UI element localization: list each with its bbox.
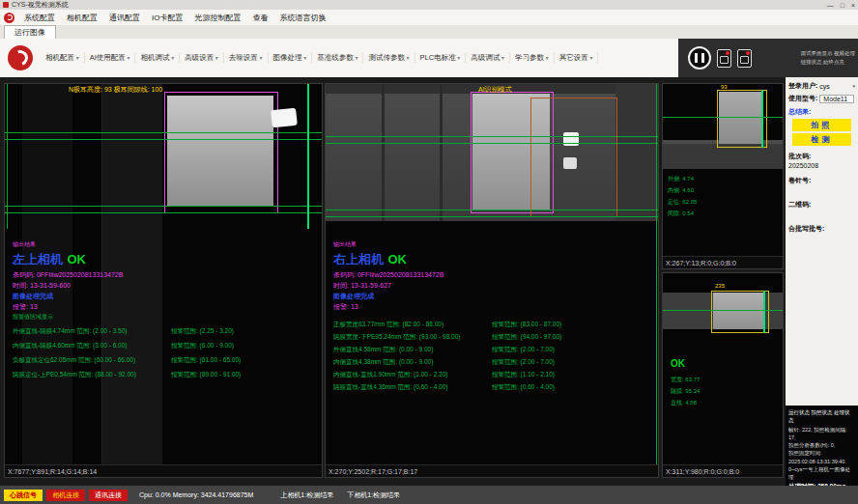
model-value[interactable]: Mode11: [819, 95, 854, 103]
menu-io-config[interactable]: IO卡配置: [146, 13, 188, 23]
measurement-row: 内侧直线4.38mm 范围: (0.00 - 9.00) 报警范围: (2.00…: [333, 356, 654, 369]
tool-denoise[interactable]: 去噪设置: [224, 53, 269, 63]
tool-learning-params[interactable]: 学习参数: [510, 53, 555, 63]
tool-camera-config[interactable]: 相机配置: [41, 53, 85, 63]
camera-image-middle[interactable]: AI识别模式 输出结果 右上相机 OK 条码码: 0FFIiiw20250208…: [326, 84, 658, 466]
titlebar: CYS-视觉检测系统 — □ ×: [0, 0, 858, 10]
measurement-row: 隔膜宽度-下PE95.24mm 范围: (93.00 - 98.00) 报警范围…: [333, 331, 654, 344]
pixel-readout-middle: X:270;Y:2502;R:17;G:17;B:17: [326, 464, 658, 477]
measurement-row: 隔膜直线-直线4.36mm 范围: (0.60 - 4.00) 报警范围: (0…: [333, 381, 654, 394]
tool-plc-standard[interactable]: PLC电标准: [415, 53, 467, 63]
camera-view-left[interactable]: N极耳高度: 93 极耳间隙线: 100 输出结果 左上相机 OK 条码码: 0…: [4, 83, 323, 478]
tool-advanced-debug[interactable]: 高级调试: [466, 53, 510, 63]
alarm-count: 报警: 13: [13, 302, 38, 312]
measurement-row: 隔膜定位-上PE0.54mm 范围: (88.00 - 92.00) 报警范围:…: [13, 368, 318, 382]
tool-test-params[interactable]: 测试传参数: [363, 53, 415, 63]
annotation-yellow: AI识别模式: [478, 85, 512, 95]
measurement-lines: 宽度: 63.77 隔膜: 95.24 直线: 4.58: [671, 374, 700, 408]
lower-camera-result: 下相机1:检测结果: [347, 490, 400, 500]
result-status: OK: [387, 252, 407, 266]
camera-connect-badge: 相机连接: [46, 490, 85, 501]
menu-view[interactable]: 查看: [246, 13, 273, 23]
camera-image-small-1[interactable]: 93 外侧: 4.74 内侧: 4.60 定位: 62.05 间隙: 0.54: [663, 84, 783, 258]
camera-toggle-2-icon[interactable]: [737, 49, 752, 68]
status-bar: 心跳信号 相机连接 通讯连接 Cpu: 0.0% Memory: 3424.41…: [0, 486, 858, 504]
tool-camera-debug[interactable]: 相机调试: [135, 53, 180, 63]
pixel-readout-left: X:7677;Y:891;R:14;G:14;B:14: [5, 464, 322, 477]
tool-other-settings[interactable]: 其它设置: [555, 53, 599, 63]
camera-view-small-2[interactable]: 235 OK 宽度: 63.77 隔膜: 95.24 直线: 4.58 X:31…: [662, 272, 784, 478]
alarm-note: 报警值区域显示: [13, 313, 53, 322]
control-info-line2: 链接状态 始终点亮: [800, 58, 855, 67]
overlay-line: [326, 216, 658, 217]
machine-seam: [440, 84, 443, 221]
login-user-label: 登录用户:: [788, 81, 817, 91]
overlay-line: [326, 136, 658, 137]
field-batch-code: 批次码: 20250208: [788, 152, 855, 170]
pixel-readout-small-1: X:267;Y:13;R:0;G:0;B:0: [663, 256, 783, 268]
field-lot-no: 合批写批号:: [788, 224, 855, 242]
tool-image-process[interactable]: 图像处理: [269, 53, 313, 63]
roi-rectangle-yellow: [711, 291, 769, 333]
measurement-row: 外侧直线4.58mm 范围: (0.00 - 9.00) 报警范围: (2.00…: [333, 344, 654, 356]
stats-line: 0~cys一号上相机一图像处理: [788, 465, 855, 482]
result-status: OK: [67, 252, 86, 266]
menubar: 系统配置 相机配置 通讯配置 IO卡配置 光源控制配置 查看 系统语言切换: [0, 10, 858, 25]
control-panel: 调试界面显示 视频处理 链接状态 始终点亮: [678, 39, 858, 77]
maximize-button[interactable]: □: [841, 2, 844, 9]
stats-line: 帧针: 222, 拍照检测间隔: 17,: [788, 426, 855, 442]
heartbeat-badge: 心跳信号: [4, 490, 43, 501]
model-label: 使用型号:: [788, 94, 817, 103]
menu-camera-config[interactable]: 相机配置: [61, 13, 103, 23]
measurement-row: 负极直线定位62.05mm 范围: (60.00 - 66.00) 报警范围: …: [13, 353, 318, 368]
overlay-vline-cyan: [307, 84, 309, 229]
tool-advanced-settings[interactable]: 高级设置: [180, 53, 224, 63]
tool-baseline-params[interactable]: 基准线参数: [312, 53, 363, 63]
camera-image-small-2[interactable]: 235 OK 宽度: 63.77 隔膜: 95.24 直线: 4.58: [663, 273, 783, 466]
window-title: CYS-视觉检测系统: [12, 0, 69, 10]
process-status: 图像处理完成: [13, 292, 53, 301]
stats-header: 运行状态 拍照状态 处理状态: [788, 408, 855, 425]
camera-title: 左上相机: [13, 252, 63, 266]
camera-view-small-1[interactable]: 93 外侧: 4.74 内侧: 4.60 定位: 62.05 间隙: 0.54 …: [662, 83, 784, 269]
field-qrcode: 二维码:: [788, 200, 855, 218]
login-user-value: cys: [819, 83, 830, 90]
close-button[interactable]: ×: [851, 2, 855, 9]
alarm-count: 报警: 13: [333, 302, 358, 312]
camera-view-middle[interactable]: AI识别模式 输出结果 右上相机 OK 条码码: 0FFIiiw20250208…: [325, 83, 659, 478]
overlay-line: [5, 206, 322, 207]
menu-comm-config[interactable]: 通讯配置: [103, 13, 146, 23]
measurement-lines: 外侧: 4.74 内侧: 4.60 定位: 62.05 间隙: 0.54: [668, 173, 697, 219]
annotation-yellow: 235: [715, 283, 725, 289]
overlay-line: [326, 210, 658, 210]
app-window: CYS-视觉检测系统 — □ × 系统配置 相机配置 通讯配置 IO卡配置 光源…: [0, 0, 858, 504]
overlay-line: [5, 139, 322, 140]
measurement-row: 内侧直线-隔膜4.60mm 范围: (3.00 - 6.00) 报警范围: (6…: [13, 339, 318, 353]
control-info-line1: 调试界面显示 视频处理: [800, 49, 855, 58]
chevron-down-icon[interactable]: ▾: [852, 83, 855, 89]
control-info-text: 调试界面显示 视频处理 链接状态 始终点亮: [800, 49, 855, 67]
connector-blob: [271, 108, 298, 128]
tab-run-image[interactable]: 运行图像: [4, 25, 56, 39]
menu-system-config[interactable]: 系统配置: [18, 13, 61, 23]
time-text: 时间: 13-31-59-600: [13, 281, 71, 291]
comm-connect-badge: 通讯连接: [89, 490, 128, 501]
time-text: 时间: 13-31-59-627: [333, 281, 391, 291]
cpu-memory-readout: Cpu: 0.0% Memory: 3424.41796875M: [139, 491, 253, 498]
app-logo-large-icon: [8, 45, 33, 70]
camera-toggle-1-icon[interactable]: [717, 49, 731, 68]
menu-language[interactable]: 系统语言切换: [273, 13, 331, 23]
annotation-yellow: N极耳高度: 93 极耳间隙线: 100: [69, 85, 162, 95]
upper-camera-result: 上相机1:检测结果: [280, 490, 333, 500]
minimize-button[interactable]: —: [827, 2, 834, 9]
pause-button-icon[interactable]: [688, 46, 711, 70]
toolbar: 相机配置 AI使用配置 相机调试 高级设置 去噪设置 图像处理 基准线参数 测试…: [0, 39, 858, 77]
camera-image-left[interactable]: N极耳高度: 93 极耳间隙线: 100 输出结果 左上相机 OK 条码码: 0…: [5, 84, 322, 466]
result-summary: 上相机1:检测结果 下相机1:检测结果: [280, 490, 400, 500]
measurement-row: 内侧直线-直线1.90mm 范围: (1.00 - 2.20) 报警范围: (1…: [333, 369, 654, 381]
app-logo-icon: [4, 13, 14, 23]
overlay-line: [663, 117, 783, 118]
menu-light-config[interactable]: 光源控制配置: [188, 13, 246, 23]
tool-ai-config[interactable]: AI使用配置: [85, 53, 136, 63]
roi-rectangle-magenta: [164, 92, 278, 213]
